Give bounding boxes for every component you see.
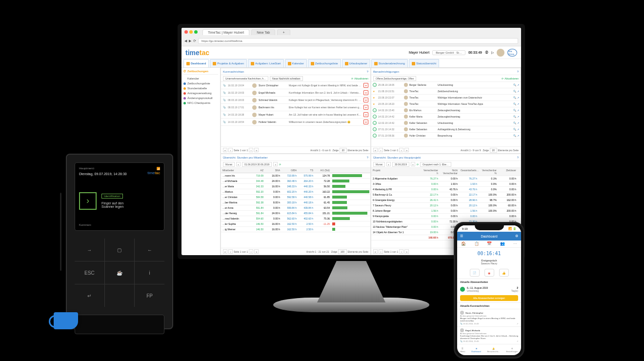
notification-row[interactable]: ★23.05.19 18:23TimeTacWichtige Informati…	[371, 101, 521, 107]
search-icon[interactable]: 🔍	[513, 102, 516, 105]
nav-tab[interactable]: Kalender	[285, 59, 307, 67]
pager[interactable]: «‹Seite 1 von 1›»	[223, 249, 259, 254]
message-row[interactable]: 📎14.03.19 18:54Hoferer ValentinWillkomme…	[221, 119, 370, 126]
nav-back-icon[interactable]: ◀	[184, 39, 187, 43]
delete-icon[interactable]: ⊖	[363, 112, 368, 117]
table-row[interactable]: 8 Johann Berger1.56 h0.00 h1.56 h100.0%2…	[371, 208, 521, 214]
table-row[interactable]: …med Valentin554.600.00 h562.60 h402.60 …	[221, 216, 370, 221]
search-icon[interactable]: 🔍	[513, 115, 516, 118]
help-icon[interactable]: ?	[367, 156, 368, 159]
open-icon[interactable]: ↗	[517, 109, 519, 112]
notification-row[interactable]: ✓12.02.19 14:42Keller SebastianUrlaubsan…	[371, 120, 521, 126]
table-row[interactable]: 6 Greengate Energy26.41 h0.00 h28.96 h98…	[371, 198, 521, 203]
phone-nav-item[interactable]: ☰Menü	[460, 347, 465, 353]
show-all-absences-button[interactable]: Alle Abwesenheiten anzeigen	[460, 295, 518, 301]
notification-row[interactable]: ✓07.01.19 14:32Keller SebastianAuftragsk…	[371, 126, 521, 133]
stop-button[interactable]: ◉	[484, 269, 494, 277]
next-period[interactable]: ›	[411, 162, 415, 166]
nav-fwd-icon[interactable]: ▶	[189, 39, 191, 43]
search-icon[interactable]: 🔍	[513, 109, 516, 112]
terminal-key[interactable]: ☕	[105, 261, 135, 284]
table-row[interactable]: …ler Sophie146.5016.00 h162.50 h2.50 h-1…	[221, 221, 370, 227]
next-period[interactable]: ›	[273, 162, 278, 166]
period-select[interactable]: Monat	[373, 162, 385, 167]
table-row[interactable]: …der Herwig591.8424.00 h615.84 h455.84 h…	[221, 211, 370, 216]
company-select[interactable]: Berger GmbH · St…	[432, 50, 465, 55]
pager[interactable]: «‹Seite 1 von 1›»	[223, 148, 259, 152]
date-range[interactable]: 30.06.2019	[392, 162, 409, 167]
refresh-button[interactable]: ⟳	[417, 163, 419, 166]
nav-tab[interactable]: Statusübersicht	[409, 59, 439, 67]
timer-play-icon[interactable]: ▷	[491, 51, 494, 55]
notification-row[interactable]: ★21.08.19 22:51TimeTacZeitüberschreitung…	[371, 88, 521, 95]
notification-row[interactable]: ✓07.01.19 08:36Hofer ChristianBesprechun…	[371, 133, 521, 139]
delete-icon[interactable]: ⊖	[363, 120, 368, 124]
phone-tab-icons[interactable]: 🏠📋📅👥⋯	[457, 241, 521, 248]
nav-tab[interactable]: Dashboard	[183, 59, 209, 67]
search-icon[interactable]: 🔍	[513, 83, 516, 86]
table-row[interactable]: …el Michaela344.4824.00 h360.48 h264.20 …	[221, 179, 370, 184]
pager[interactable]: «‹Seite 1 von 1›»	[373, 249, 409, 254]
terminal-key[interactable]: FP	[135, 284, 164, 307]
refresh-button[interactable]: ⟳ Aktualisieren	[502, 77, 519, 80]
hamburger-icon[interactable]: ☰	[460, 234, 463, 238]
help-icon[interactable]: ?	[517, 156, 519, 159]
terminal-key[interactable]: ESC	[75, 261, 104, 284]
sidebar-item[interactable]: Kalender	[183, 76, 218, 81]
terminal-key[interactable]: ▢	[105, 239, 135, 261]
open-icon[interactable]: ↗	[517, 83, 519, 86]
notification-row[interactable]: ✓14.02.19 14:42Keller MariaZeitausgleich…	[371, 114, 521, 120]
url-bar[interactable]: https://go.timetac.com/ihrefirma	[198, 38, 518, 44]
phone-message[interactable]: Sturm, ChristopherAn das gesamte Unterne…	[457, 309, 521, 326]
browser-tab-active[interactable]: TimeTac | Mayer Hubert	[202, 29, 249, 35]
table-row[interactable]: 2 Allgemeine Aufgaben76.27 h0.00 h76.27 …	[371, 176, 521, 181]
help-icon[interactable]: ?	[517, 70, 519, 73]
search-icon[interactable]: 🔍	[513, 128, 516, 131]
table-row[interactable]: …mann Iris719.0916.00 h723.99 h575.99 h1…	[221, 173, 370, 179]
message-row[interactable]: 📎16.02.19 19:04Sturm ChristopherMorgen m…	[221, 82, 370, 89]
delete-icon[interactable]: ⊖	[363, 90, 368, 95]
search-icon[interactable]: 🔍	[513, 121, 516, 124]
browser-tab-add[interactable]: +	[277, 29, 290, 35]
open-icon[interactable]: ↗	[517, 121, 519, 124]
open-icon[interactable]: ↗	[517, 102, 519, 105]
phone-nav-item[interactable]: ⊞Dashboard	[471, 347, 481, 353]
phone-nav-item[interactable]: ⚙Einstellungen	[506, 347, 518, 353]
table-row[interactable]: …Markus592.200.00 h602.20 h440.20 h163.2…	[221, 189, 370, 195]
sidebar-item[interactable]: Änderungsprotokoll	[183, 96, 218, 100]
pager[interactable]: «‹Seite 1 von 1›»	[373, 148, 409, 152]
nav-tab[interactable]: Aufgaben: LiveStart	[248, 59, 284, 67]
table-row[interactable]: 3 Office0.00 h1.93 h1.93 h0.0%0.00 h	[371, 181, 521, 187]
gear-icon[interactable]: ⚙	[515, 234, 518, 238]
terminal-key[interactable]: ↵	[75, 284, 104, 307]
table-row[interactable]: 4 Marketing & PR0.00 h43.76 h43.76 h0.0%…	[371, 187, 521, 192]
nav-tab[interactable]: Zeitbuchungsliste	[308, 59, 341, 67]
table-row[interactable]: …ig Werner146.5016.00 h162.50 h2.50 h	[221, 227, 370, 232]
sidebar-item[interactable]: NFC-Checkpoints	[183, 100, 218, 105]
nfc-keyfob[interactable]	[54, 312, 78, 329]
sidebar-item[interactable]: Antragsverwaltung	[183, 91, 218, 96]
notification-row[interactable]: ✓14.02.19 15:40Eis MarkusZeitausgleichsa…	[371, 107, 521, 114]
message-row[interactable]: 📎08.03.19 17:01Bachmann IrisEine Kollegi…	[221, 104, 370, 111]
search-icon[interactable]: 🔍	[513, 96, 516, 99]
table-row[interactable]: 7 Saveurs Fleury20.12 h0.00 h20.12 h100.…	[371, 203, 521, 208]
nav-reload-icon[interactable]: ⟳	[193, 39, 196, 43]
nav-tab[interactable]: Projekte & Aufgaben	[210, 59, 247, 67]
timer-stop-icon[interactable]: ⦿	[485, 51, 488, 54]
open-icon[interactable]: ↗	[517, 134, 519, 137]
page-size[interactable]: 20	[490, 148, 498, 153]
open-icon[interactable]: ↗	[517, 90, 519, 93]
delete-icon[interactable]: ⊖	[363, 105, 368, 110]
list-button[interactable]: 📄	[470, 269, 480, 277]
message-row[interactable]: 📎08.03.19 18:03Schmied ValentinKollegin …	[221, 97, 370, 104]
absence-row[interactable]: 6.–11. August 2019Urlaubstag 2Tag(e)	[457, 285, 521, 294]
prev-period[interactable]: ‹	[386, 162, 391, 166]
open-icon[interactable]: ↗	[517, 96, 519, 99]
share-icon[interactable]: ↗	[517, 340, 518, 342]
table-row[interactable]: …ber Martina592.388.00 h300.18 h440.18 h…	[221, 200, 370, 205]
search-icon[interactable]: 🔍	[513, 90, 516, 93]
table-row[interactable]: …er Christian584.580.00 h592.58 h440.58 …	[221, 195, 370, 200]
terminal-key[interactable]: ←	[135, 239, 164, 261]
message-row[interactable]: 📎14.03.19 18:38Mayer HubertAm 13. Juli h…	[221, 111, 370, 119]
notification-row[interactable]: ★23.08.19 22:07TimeTacWichtige Informati…	[371, 95, 521, 101]
